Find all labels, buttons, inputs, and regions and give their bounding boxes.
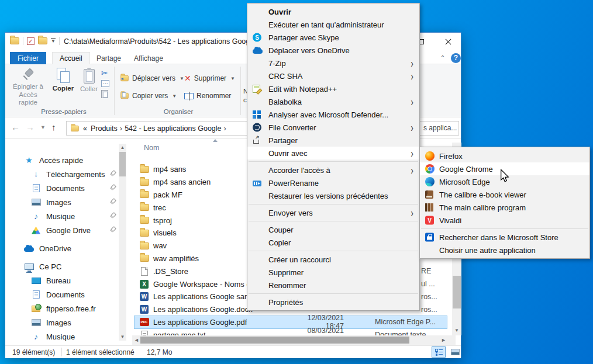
menu-item-7-zip[interactable]: 7-Zip [247,57,419,70]
divider [61,348,62,356]
tab-affichage[interactable]: Affichage [127,52,170,64]
breadcrumb-segment-produits[interactable]: Produits [91,124,118,133]
sidebar-item-documents[interactable]: Documents [5,181,132,195]
close-button[interactable] [438,33,458,50]
copy-path-icon[interactable]: ⋯ [101,80,109,87]
word-icon: W [140,305,149,314]
menu-item-deplacer-vers-onedrive[interactable]: Déplacer vers OneDrive [247,44,419,57]
help-button[interactable]: ? [451,53,461,63]
menu-item-supprimer[interactable]: Supprimer [247,266,419,279]
menu-item-edit-with-notepad[interactable]: Edit with Notepad++ [247,82,419,95]
firefox-icon [425,151,435,161]
menu-item-analyser-avec-microsoft-defender[interactable]: Analyser avec Microsoft Defender... [247,108,419,121]
sidebar-item-label: Musique [46,332,75,341]
menu-item-choisir-une-autre-application[interactable]: Choisir une autre application [420,244,589,256]
menu-item-the-main-calibre-program[interactable]: The main calibre program [420,201,589,214]
sidebar-item-images[interactable]: Images [5,195,132,209]
horizontal-scrollbar[interactable]: ◄ ► [132,335,456,345]
tab-accueil[interactable]: Accueil [52,52,90,64]
menu-item-proprietes[interactable]: Propriétés [247,296,419,308]
menu-item-firefox[interactable]: Firefox [420,150,589,162]
breadcrumb-chevron-icon[interactable]: › [118,124,125,133]
menu-item-the-calibre-e-book-viewer[interactable]: The calibre e-book viewer [420,188,589,201]
sidebar-item-onedrive[interactable]: OneDrive [5,241,132,255]
navigation-pane: ★Accès rapide↓TéléchargementsDocumentsIm… [5,139,132,345]
tab-fichier[interactable]: Fichier [10,52,46,64]
copy-to-button[interactable]: Copier vers▼ [120,89,177,102]
scroll-down-icon[interactable]: ▼ [119,334,126,339]
menu-item-label: Balabolka [268,98,302,106]
menu-item-ouvrir[interactable]: Ouvrir [247,5,419,18]
file-name: wav [153,241,167,250]
sidebar-item-acces-rapide[interactable]: ★Accès rapide [5,153,132,167]
sidebar-item-images[interactable]: Images [5,316,132,330]
folder-icon[interactable] [10,37,19,44]
menu-item-partager-avec-skype[interactable]: SPartager avec Skype [247,31,419,44]
menu-item-envoyer-vers[interactable]: Envoyer vers [247,206,419,219]
copy-button[interactable]: Copier [50,68,77,106]
scrollbar-thumb[interactable] [140,337,409,344]
back-icon[interactable]: ← [11,122,20,132]
menu-item-renommer[interactable]: Renommer [247,279,419,292]
menu-item-copier[interactable]: Copier [247,236,419,249]
breadcrumb-segment-542-les-applications-google[interactable]: 542 - Les applications Google [125,124,221,133]
sidebar-item-ce-pc[interactable]: Ce PC [5,259,132,273]
sidebar-item-label: Google Drive [46,226,91,235]
menu-item-creer-un-raccourci[interactable]: Créer un raccourci [247,253,419,266]
menu-item-vivaldi[interactable]: VVivaldi [420,214,589,227]
up-icon[interactable]: ↑ [51,122,56,132]
pin-to-quick-access-button[interactable]: Épingler àAccès rapide [10,68,46,106]
menu-item-accorder-l-acces-a[interactable]: Accorder l'accès à [247,164,419,176]
menu-item-partager[interactable]: Partager [247,134,419,147]
column-header-name[interactable]: Nom [144,144,159,152]
menu-item-label: Restaurer les versions précédentes [268,192,388,200]
folder-icon [140,166,149,173]
qat-customize-icon[interactable]: ▼ [51,38,56,44]
sidebar-item-telechargements[interactable]: ↓Téléchargements [5,167,132,181]
sidebar-item-musique[interactable]: ♪Musique [5,209,132,223]
file-type: Microsoft Edge P... [375,318,436,326]
scroll-left-icon[interactable]: ◄ [134,337,139,343]
collapse-ribbon-icon[interactable]: ⌃ [439,54,447,63]
menu-item-powerrename[interactable]: PowerRename [247,176,419,189]
menu-item-balabolka[interactable]: Balabolka [247,95,419,108]
menu-separator [249,293,418,294]
menu-item-file-converter[interactable]: File Converter [247,121,419,134]
sidebar-item-bureau[interactable]: Bureau [5,273,132,287]
scroll-down-icon[interactable]: ▼ [452,328,461,333]
properties-check-icon[interactable]: ✓ [27,37,35,45]
paste-shortcut-icon[interactable] [101,90,108,98]
sidebar-scrollbar[interactable]: ▲ ▼ [119,144,126,341]
tab-partage[interactable]: Partage [89,52,128,64]
scroll-right-icon[interactable]: ► [441,337,446,343]
move-to-button[interactable]: Déplacer vers▼ [120,72,184,85]
breadcrumb-chevron-icon[interactable]: › [222,124,229,133]
menu-item-restaurer-les-versions-precedentes[interactable]: Restaurer les versions précédentes [247,189,419,202]
sidebar-item-google-drive[interactable]: Google Drive [5,223,132,237]
new-folder-icon[interactable] [38,37,47,44]
sidebar-item-musique[interactable]: ♪Musique [5,330,132,344]
defender-icon [253,110,261,119]
menu-item-ouvrir-avec[interactable]: Ouvrir avec [247,147,419,160]
rename-button[interactable]: Renommer [184,89,231,102]
sidebar-item-documents[interactable]: Documents [5,287,132,301]
menu-item-crc-sha[interactable]: CRC SHA [247,70,419,82]
menu-item-rechercher-dans-le-microsoft-store[interactable]: Rechercher dans le Microsoft Store [420,231,589,244]
document-icon [33,184,40,192]
scrollbar-thumb[interactable] [119,152,126,176]
recent-locations-icon[interactable]: ▼ [40,124,46,130]
file-row-les-applications-google-pdf[interactable]: PDFLes applications Google.pdf12/03/2021… [135,316,447,329]
menu-item-executer-en-tant-qu-administrateur[interactable]: Exécuter en tant qu'administrateur [247,18,419,31]
delete-button[interactable]: ✕ Supprimer▼ [184,72,235,85]
details-view-button[interactable] [432,346,446,358]
group-label-organize: Organiser [143,108,213,115]
scroll-up-icon[interactable]: ▲ [119,145,126,150]
paste-button[interactable]: Coller [77,68,101,106]
menu-item-couper[interactable]: Couper [247,223,419,236]
thumbnails-view-button[interactable] [448,346,462,358]
cut-icon[interactable]: ✂ [101,69,109,77]
forward-icon[interactable]: → [26,122,35,132]
sidebar-item-ftpperso-free-fr[interactable]: ftpperso.free.fr [5,301,132,316]
open-with-submenu: FirefoxGoogle ChromeMicrosoft EdgeThe ca… [419,147,590,259]
scrollbar-thumb[interactable] [453,276,461,308]
